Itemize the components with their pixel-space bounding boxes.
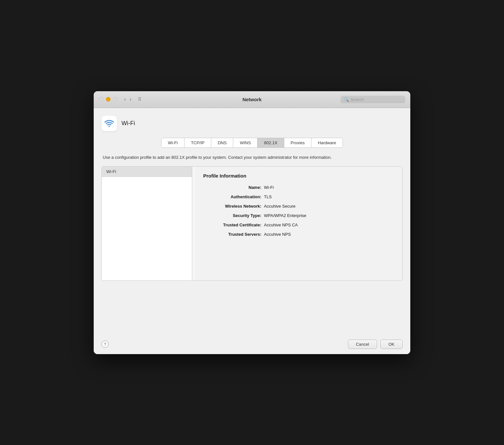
help-button[interactable]: ? — [101, 341, 109, 348]
tab-hardware[interactable]: Hardware — [311, 138, 342, 147]
wifi-icon — [104, 120, 114, 127]
field-label-servers: Trusted Servers: — [203, 232, 261, 237]
field-row-name: Name: Wi-Fi — [203, 185, 394, 190]
field-row-cert: Trusted Certificate: Accuhive NPS CA — [203, 222, 394, 227]
tab-wins[interactable]: WINS — [233, 138, 257, 147]
field-value-security: WPA/WPA2 Enterprise — [264, 213, 306, 218]
grid-icon[interactable]: ⠿ — [138, 97, 142, 102]
minimize-button[interactable] — [106, 97, 110, 102]
description-text: Use a configuration profile to add an 80… — [101, 154, 403, 161]
main-panel: Wi-Fi Profile Information Name: Wi-Fi Au… — [101, 166, 403, 281]
close-button[interactable] — [99, 97, 103, 102]
main-content: Wi-Fi Wi-Fi TCP/IP DNS WINS 802.1X Proxi… — [94, 108, 410, 334]
field-value-name: Wi-Fi — [264, 185, 274, 190]
tab-tcpip[interactable]: TCP/IP — [184, 138, 211, 147]
field-label-auth: Authentication: — [203, 194, 261, 199]
search-box[interactable]: 🔍 Search — [341, 96, 405, 103]
traffic-lights — [99, 97, 118, 102]
window: ‹ › ⠿ Network 🔍 Search Wi-Fi Wi-F — [94, 91, 410, 354]
wifi-header-title: Wi-Fi — [121, 120, 135, 127]
search-placeholder: Search — [351, 97, 364, 102]
bottom-bar: ? Cancel OK — [94, 334, 410, 354]
left-panel: Wi-Fi — [102, 167, 192, 280]
titlebar: ‹ › ⠿ Network 🔍 Search — [94, 91, 410, 108]
forward-arrow-icon[interactable]: › — [128, 96, 132, 103]
wifi-header: Wi-Fi — [101, 116, 403, 131]
tab-dns[interactable]: DNS — [211, 138, 233, 147]
nav-arrows: ‹ › — [123, 96, 133, 103]
field-label-name: Name: — [203, 185, 261, 190]
field-value-wireless: Accuhive Secure — [264, 204, 296, 209]
tab-proxies[interactable]: Proxies — [284, 138, 311, 147]
field-row-auth: Authentication: TLS — [203, 194, 394, 199]
ok-button[interactable]: OK — [380, 340, 403, 349]
field-row-wireless: Wireless Network: Accuhive Secure — [203, 204, 394, 209]
button-group: Cancel OK — [348, 340, 403, 349]
window-title: Network — [242, 97, 261, 102]
back-arrow-icon[interactable]: ‹ — [123, 96, 127, 103]
field-label-cert: Trusted Certificate: — [203, 222, 261, 227]
cancel-button[interactable]: Cancel — [348, 340, 377, 349]
field-value-servers: Accuhive NPS — [264, 232, 291, 237]
wifi-icon-box — [101, 116, 117, 131]
tab-wifi[interactable]: Wi-Fi — [162, 138, 184, 147]
field-label-security: Security Type: — [203, 213, 261, 218]
tab-8021x[interactable]: 802.1X — [257, 138, 284, 147]
profile-fields: Name: Wi-Fi Authentication: TLS Wireless… — [203, 185, 394, 237]
search-icon: 🔍 — [344, 97, 349, 102]
field-value-cert: Accuhive NPS CA — [264, 222, 298, 227]
left-panel-wifi-item[interactable]: Wi-Fi — [102, 167, 192, 177]
left-panel-empty — [102, 177, 192, 280]
field-label-wireless: Wireless Network: — [203, 204, 261, 209]
field-row-servers: Trusted Servers: Accuhive NPS — [203, 232, 394, 237]
field-row-security: Security Type: WPA/WPA2 Enterprise — [203, 213, 394, 218]
tab-bar: Wi-Fi TCP/IP DNS WINS 802.1X Proxies Har… — [161, 138, 343, 148]
profile-info-title: Profile Information — [203, 173, 394, 179]
maximize-button[interactable] — [113, 97, 118, 102]
field-value-auth: TLS — [264, 194, 272, 199]
right-panel: Profile Information Name: Wi-Fi Authenti… — [195, 167, 402, 280]
